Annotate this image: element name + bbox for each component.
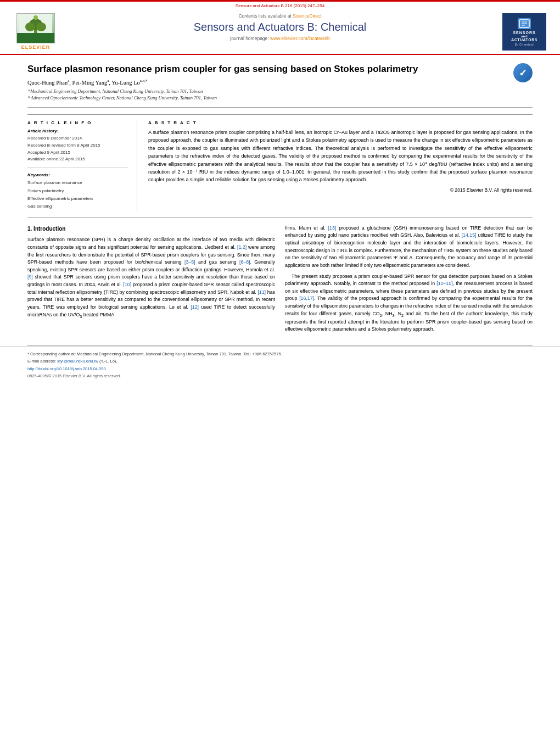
abstract-column: A B S T R A C T A surface plasmon resona… bbox=[148, 120, 533, 211]
keyword-2: Stokes polarimetry bbox=[27, 187, 128, 195]
paper-authors: Quoc-Hung Phana, Pei-Ming Yanga, Yu-Lung… bbox=[27, 79, 513, 86]
footnote-email: E-mail address: loyl@mail.ncku.edu.tw (Y… bbox=[27, 358, 533, 364]
sensors-actuators-logo: SENSORS and ACTUATORS B: Chemical bbox=[500, 13, 549, 51]
ref-3-5[interactable]: [3–5] bbox=[184, 259, 195, 265]
author-yang: Pei-Ming Yang bbox=[72, 80, 108, 86]
elsevier-logo-image bbox=[16, 13, 55, 43]
paper-title-section: Surface plasmon resonance prism coupler … bbox=[27, 63, 533, 108]
elsevier-text: ELSEVIER bbox=[21, 44, 51, 50]
intro-para-3: The present study proposes a prism coupl… bbox=[285, 273, 533, 333]
contents-available-text: Contents lists available at ScienceDirec… bbox=[66, 13, 494, 19]
article-info-abstract: A R T I C L E I N F O Article history: R… bbox=[27, 114, 533, 211]
affiliation-b: ᵇ Advanced Optoelectronic Technology Cen… bbox=[27, 94, 513, 102]
available-date: Available online 22 April 2015 bbox=[27, 156, 128, 163]
svg-point-6 bbox=[33, 15, 38, 20]
journal-header: ELSEVIER Contents lists available at Sci… bbox=[0, 10, 560, 55]
article-info-column: A R T I C L E I N F O Article history: R… bbox=[27, 120, 137, 211]
actuators-text: ACTUATORS bbox=[511, 38, 537, 42]
svg-point-5 bbox=[36, 23, 46, 31]
body-right-column: films. Marin et al. [13] proposed a glut… bbox=[285, 225, 533, 337]
journal-homepage: journal homepage: www.elsevier.com/locat… bbox=[66, 36, 494, 41]
journal-title: Sensors and Actuators B: Chemical bbox=[66, 21, 494, 34]
journal-center-info: Contents lists available at ScienceDirec… bbox=[60, 13, 500, 41]
info-divider bbox=[27, 168, 128, 168]
intro-para-2: films. Marin et al. [13] proposed a glut… bbox=[285, 225, 533, 270]
accepted-date: Accepted 9 April 2015 bbox=[27, 149, 128, 157]
paper-title: Surface plasmon resonance prism coupler … bbox=[27, 63, 513, 75]
keyword-1: Surface plasmon resonance bbox=[27, 179, 128, 187]
sciencedirect-link[interactable]: ScienceDirect bbox=[293, 13, 321, 19]
affiliation-a: ᵃ Mechanical Engineering Department, Nat… bbox=[27, 88, 513, 95]
ref-14-15[interactable]: [14,15] bbox=[462, 232, 477, 238]
ref-9[interactable]: [9] bbox=[27, 274, 33, 280]
journal-homepage-link[interactable]: www.elsevier.com/locate/snb bbox=[270, 36, 330, 41]
intro-heading: 1. Introduction bbox=[27, 225, 275, 233]
revised-date: Received in revised form 8 April 2015 bbox=[27, 142, 128, 149]
ref-13[interactable]: [13] bbox=[328, 225, 337, 231]
paper-content: Surface plasmon resonance prism coupler … bbox=[0, 55, 560, 345]
issn-line: 0925-4005/© 2015 Elsevier B.V. All right… bbox=[27, 373, 533, 379]
bchem-text: B: Chemical bbox=[515, 43, 534, 46]
ref-16-17[interactable]: [16,17] bbox=[299, 295, 314, 301]
keyword-4: Gas sensing bbox=[27, 203, 128, 210]
sa-icon bbox=[518, 18, 531, 29]
abstract-label: A B S T R A C T bbox=[148, 120, 533, 125]
ref-10-15[interactable]: [10–15] bbox=[436, 281, 452, 286]
received-date: Received 8 December 2014 bbox=[27, 135, 128, 142]
sensors-text: SENSORS bbox=[513, 31, 535, 35]
intro-para-1: Surface plasmon resonance (SPR) is a cha… bbox=[27, 236, 275, 319]
ref-10[interactable]: [10] bbox=[124, 282, 132, 287]
abstract-text: A surface plasmon resonance prism couple… bbox=[148, 129, 533, 184]
article-history: Article history: Received 8 December 201… bbox=[27, 129, 128, 163]
article-history-heading: Article history: bbox=[27, 129, 128, 133]
author-lo: Yu-Lung Lo bbox=[111, 80, 140, 86]
ref-12[interactable]: [12] bbox=[191, 304, 199, 310]
keywords-section: Keywords: Surface plasmon resonance Stok… bbox=[27, 172, 128, 211]
crossmark-icon: ✓ bbox=[513, 63, 533, 82]
author-phan: Quoc-Hung Phan bbox=[27, 80, 68, 86]
ref-1-2[interactable]: [1,2] bbox=[237, 244, 247, 250]
journal-reference: Sensors and Actuators B 216 (2015) 247–2… bbox=[0, 2, 560, 10]
article-info-label: A R T I C L E I N F O bbox=[27, 120, 128, 125]
sensors-logo-image: SENSORS and ACTUATORS B: Chemical bbox=[502, 13, 546, 51]
content-divider bbox=[27, 217, 533, 218]
keywords-heading: Keywords: bbox=[27, 172, 128, 177]
email-link[interactable]: loyl@mail.ncku.edu.tw bbox=[57, 359, 98, 364]
body-left-column: 1. Introduction Surface plasmon resonanc… bbox=[27, 225, 275, 337]
doi-line[interactable]: http://dx.doi.org/10.1016/j.snb.2015.04.… bbox=[27, 366, 533, 372]
footnotes-area: * Corresponding author at: Mechanical En… bbox=[0, 346, 560, 384]
affiliations: ᵃ Mechanical Engineering Department, Nat… bbox=[27, 88, 513, 102]
footnote-corresponding: * Corresponding author at: Mechanical En… bbox=[27, 351, 533, 357]
abstract-copyright: © 2015 Elsevier B.V. All rights reserved… bbox=[148, 187, 533, 193]
body-columns: 1. Introduction Surface plasmon resonanc… bbox=[27, 225, 533, 337]
crossmark-badge[interactable]: ✓ bbox=[513, 63, 533, 82]
svg-point-4 bbox=[25, 23, 35, 31]
svg-rect-1 bbox=[19, 34, 52, 43]
elsevier-logo: ELSEVIER bbox=[11, 13, 60, 50]
ref-11[interactable]: [11] bbox=[257, 289, 266, 295]
ref-6-8[interactable]: [6–8] bbox=[239, 259, 250, 265]
keyword-3: Effective ellipsometric parameters bbox=[27, 195, 128, 203]
